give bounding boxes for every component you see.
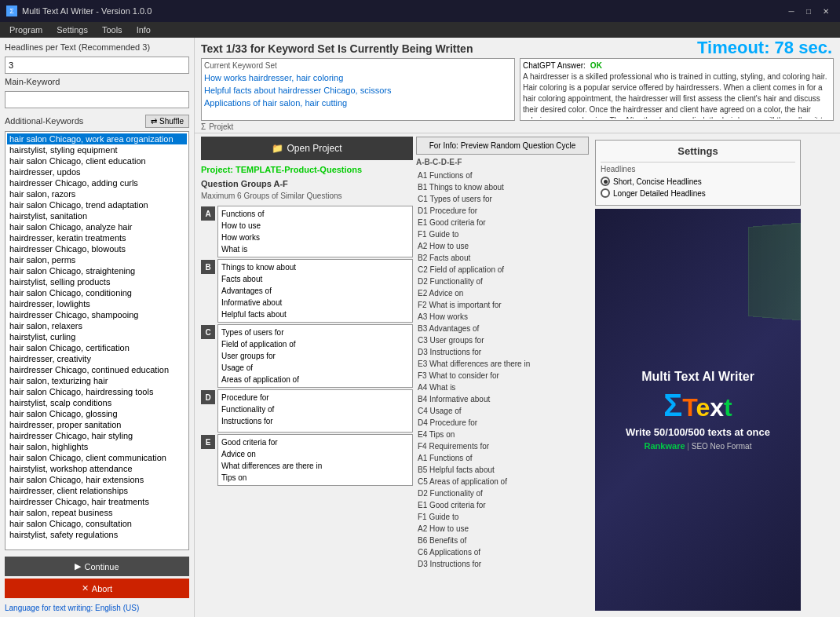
group-box-item[interactable]: Functions of	[220, 208, 411, 220]
group-box-item[interactable]: Advice on	[220, 448, 411, 460]
kw-item-1[interactable]: How works hairdresser, hair coloring	[204, 71, 512, 84]
t-letter: T	[682, 393, 696, 422]
kw-item-2[interactable]: Helpful facts about hairdresser Chicago,…	[204, 84, 512, 97]
keyword-item[interactable]: hairdresser, lowlights	[7, 298, 187, 309]
menu-program[interactable]: Program	[3, 24, 49, 36]
abcdef-item: E2 Advice on	[416, 287, 589, 299]
group-box-item[interactable]: Types of users for	[220, 327, 411, 338]
keywords-list[interactable]: hair salon Chicago, work area organizati…	[5, 131, 189, 550]
group-box-item[interactable]: Usage of	[220, 362, 411, 374]
keyword-item[interactable]: hair salon, repeat business	[7, 507, 187, 518]
group-box-item[interactable]: Good criteria for	[220, 436, 411, 448]
abcdef-item: B5 Helpful facts about	[416, 464, 589, 476]
group-box[interactable]: Procedure forFunctionality ofInstruction…	[217, 389, 413, 433]
keyword-item[interactable]: hair salon Chicago, client communication	[7, 452, 187, 463]
keyword-item[interactable]: hairdresser, creativity	[7, 353, 187, 364]
kw-set-label: Current Keyword Set	[204, 61, 512, 70]
preview-button[interactable]: For Info: Preview Random Question Cycle	[416, 137, 589, 155]
group-box-item[interactable]: Advantages of	[220, 285, 411, 297]
keyword-item[interactable]: hairdresser Chicago, hair styling	[7, 430, 187, 441]
keyword-item[interactable]: hair salon, highlights	[7, 441, 187, 452]
group-letter: B	[201, 260, 215, 274]
product-footer: Rankware | SEO Neo Format	[645, 441, 752, 451]
keyword-item[interactable]: hairdresser, proper sanitation	[7, 419, 187, 430]
group-box-item[interactable]: Tips on	[220, 472, 411, 484]
keyword-item[interactable]: hairdresser Chicago, blowouts	[7, 243, 187, 254]
group-box-item[interactable]: Instructions for	[220, 415, 411, 427]
abort-button[interactable]: ✕ Abort	[5, 579, 189, 598]
keyword-item[interactable]: hair salon, razors	[7, 188, 187, 199]
group-box[interactable]: Types of users forField of application o…	[217, 324, 413, 388]
keyword-item[interactable]: hairstylist, sanitation	[7, 210, 187, 221]
keyword-item[interactable]: hairstylist, styling equipment	[7, 144, 187, 155]
minimize-button[interactable]: ─	[783, 5, 799, 17]
group-box-item[interactable]: What is	[220, 243, 411, 255]
group-box-item[interactable]: Functionality of	[220, 403, 411, 415]
group-box-item[interactable]: Things to know about	[220, 261, 411, 273]
keyword-item[interactable]: hairdresser, updos	[7, 166, 187, 177]
keyword-item[interactable]: hair salon, texturizing hair	[7, 375, 187, 386]
group-box-item[interactable]: User groups for	[220, 350, 411, 362]
menu-settings[interactable]: Settings	[50, 24, 94, 36]
keyword-item[interactable]: hairstylist, curling	[7, 331, 187, 342]
keyword-item[interactable]: hair salon Chicago, client education	[7, 155, 187, 166]
keyword-item[interactable]: hair salon Chicago, consultation	[7, 518, 187, 529]
keyword-item[interactable]: hairdresser Chicago, shampooing	[7, 309, 187, 320]
maximize-button[interactable]: □	[801, 5, 816, 17]
keyword-item[interactable]: hairstylist, workshop attendance	[7, 463, 187, 474]
keyword-item[interactable]: hairstylist, safety regulations	[7, 529, 187, 540]
keyword-item[interactable]: hair salon Chicago, work area organizati…	[7, 133, 187, 144]
keyword-item[interactable]: hair salon Chicago, trend adaptation	[7, 199, 187, 210]
group-box-item[interactable]: Facts about	[220, 273, 411, 285]
group-box-item[interactable]: Procedure for	[220, 392, 411, 403]
keyword-item[interactable]: hairdresser Chicago, continued education	[7, 364, 187, 375]
kw-item-3[interactable]: Applications of hair salon, hair cutting	[204, 97, 512, 109]
group-box[interactable]: Functions ofHow to useHow worksWhat is	[217, 206, 413, 257]
keyword-item[interactable]: hair salon, perms	[7, 254, 187, 265]
e-letter: e	[696, 393, 710, 422]
group-box-item[interactable]: Areas of application of	[220, 374, 411, 385]
menu-info[interactable]: Info	[130, 24, 157, 36]
keyword-item[interactable]: hair salon Chicago, hair extensions	[7, 474, 187, 485]
keyword-item[interactable]: hair salon, relaxers	[7, 320, 187, 331]
keyword-item[interactable]: hair salon Chicago, straightening	[7, 265, 187, 276]
group-box-item[interactable]: How to use	[220, 220, 411, 232]
menu-tools[interactable]: Tools	[96, 24, 129, 36]
keyword-item[interactable]: hair salon Chicago, certification	[7, 342, 187, 353]
keyword-item[interactable]: hairdresser Chicago, adding curls	[7, 177, 187, 188]
keyword-item[interactable]: hairstylist, selling products	[7, 276, 187, 287]
close-button[interactable]: ✕	[818, 5, 834, 17]
open-project-button[interactable]: 📁 Open Project	[201, 137, 413, 160]
radio-longer-label: Longer Detailed Headlines	[613, 189, 706, 198]
keyword-item[interactable]: hairdresser, keratin treatments	[7, 232, 187, 243]
group-box-item[interactable]: What differences are there in	[220, 460, 411, 472]
keyword-item[interactable]: hair salon Chicago, glossing	[7, 408, 187, 419]
headlines-input[interactable]	[5, 57, 189, 74]
group-box-item[interactable]: Informative about	[220, 297, 411, 308]
radio-longer[interactable]: Longer Detailed Headlines	[601, 188, 795, 198]
abcdef-title: A-B-C-D-E-F	[416, 158, 589, 166]
abcdef-item: C5 Areas of application of	[416, 476, 589, 487]
abcdef-item: A1 Functions of	[416, 170, 589, 181]
group-box[interactable]: Good criteria forAdvice onWhat differenc…	[217, 434, 413, 486]
keyword-item[interactable]: hairdresser, client relationships	[7, 485, 187, 496]
group-box-item[interactable]: Helpful facts about	[220, 308, 411, 320]
main-keyword-input[interactable]	[5, 91, 189, 108]
abcdef-item: D3 Instructions for	[416, 558, 589, 570]
keyword-item[interactable]: hairdresser Chicago, hair treatments	[7, 496, 187, 507]
group-box[interactable]: Things to know aboutFacts aboutAdvantage…	[217, 259, 413, 323]
shuffle-button[interactable]: ⇄ Shuffle	[145, 115, 189, 128]
radio-short[interactable]: Short, Concise Headlines	[601, 177, 795, 186]
group-box-item[interactable]: Field of application of	[220, 338, 411, 350]
folder-icon: 📁	[272, 143, 283, 154]
keyword-item[interactable]: hair salon Chicago, hairdressing tools	[7, 386, 187, 397]
group-box-item[interactable]: How works	[220, 232, 411, 243]
abcdef-item: E1 Good criteria for	[416, 217, 589, 228]
group-item: DProcedure forFunctionality ofInstructio…	[201, 389, 413, 433]
continue-button[interactable]: ▶ Continue	[5, 557, 189, 576]
keyword-item[interactable]: hairstylist, scalp conditions	[7, 397, 187, 408]
group-item: EGood criteria forAdvice onWhat differen…	[201, 434, 413, 486]
keyword-item[interactable]: hair salon Chicago, conditioning	[7, 287, 187, 298]
question-groups-subtitle: Maximum 6 Groups of Similar Questions	[201, 192, 413, 200]
keyword-item[interactable]: hair salon Chicago, analyze hair	[7, 221, 187, 232]
